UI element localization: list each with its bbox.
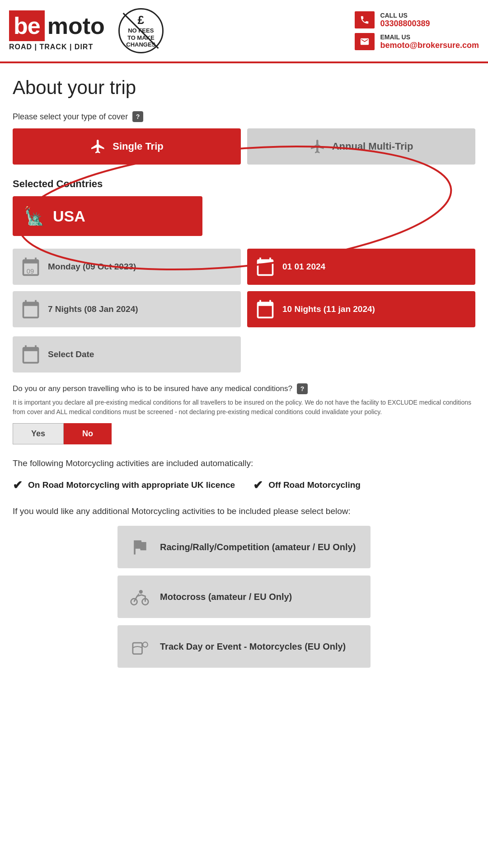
calendar-icon-nights1	[21, 299, 41, 319]
country-name: USA	[53, 208, 85, 225]
email-icon	[360, 37, 370, 47]
nights1-text: 7 Nights (08 Jan 2024)	[48, 304, 138, 314]
cover-type-label: Please select your type of cover ?	[13, 111, 475, 122]
yes-no-group: Yes No	[13, 423, 112, 444]
phone-icon-wrap	[355, 11, 375, 28]
included-activity-1-label: On Road Motorcycling with appropriate UK…	[28, 480, 235, 490]
no-fees-badge: £ NO FEES TO MAKE CHANGES	[118, 8, 164, 53]
logo-be: be	[9, 10, 45, 41]
cover-help-icon: ?	[132, 111, 143, 122]
medical-disclaimer: It is important you declare all pre-exis…	[13, 398, 475, 417]
no-button[interactable]: No	[64, 423, 112, 444]
calendar-icon-start: 09	[21, 257, 41, 277]
motocross-icon-wrap	[128, 585, 151, 608]
additional-intro: If you would like any additional Motorcy…	[13, 505, 475, 518]
country-button[interactable]: 🗽 USA	[13, 196, 202, 236]
yes-button[interactable]: Yes	[13, 423, 64, 444]
racing-button[interactable]: Racing/Rally/Competition (amateur / EU O…	[117, 526, 371, 568]
calendar-icon-nights2	[255, 299, 275, 319]
medical-help-icon: ?	[297, 383, 308, 394]
cover-buttons: Single Trip Annual Multi-Trip	[13, 128, 475, 165]
medical-question-label: Do you or any person travelling who is t…	[13, 383, 475, 394]
annual-trip-label: Annual Multi-Trip	[332, 141, 413, 152]
single-trip-button[interactable]: Single Trip	[13, 128, 241, 165]
nights2-button[interactable]: 10 Nights (11 jan 2024)	[247, 291, 475, 327]
plane-icon-single	[90, 138, 106, 155]
check-icon-1: ✔	[13, 478, 23, 492]
select-date-button[interactable]: Select Date	[13, 336, 241, 373]
track-icon	[130, 637, 150, 656]
logo-sub: ROAD | TRACK | DIRT	[9, 43, 108, 51]
nights2-text: 10 Nights (11 jan 2024)	[282, 304, 375, 314]
country-icon: 🗽	[23, 206, 45, 226]
header: be moto ROAD | TRACK | DIRT £ NO FEES TO…	[0, 0, 488, 63]
calendar-icon-end	[255, 257, 275, 277]
date-grid: 09 Monday (09 Oct 2023) 01 01 2024 7 Nig…	[13, 249, 475, 327]
racing-label: Racing/Rally/Competition (amateur / EU O…	[160, 542, 356, 552]
included-activity-1: ✔ On Road Motorcycling with appropriate …	[13, 478, 235, 492]
contact-box: CALL US 03308800389 EMAIL US bemoto@brok…	[355, 11, 479, 50]
motocross-label: Motocross (amateur / EU Only)	[160, 592, 292, 602]
plane-icon-annual	[310, 138, 326, 155]
racing-icon	[130, 537, 150, 557]
included-activity-2: ✔ Off Road Motorcycling	[253, 478, 361, 492]
page-title: About your trip	[13, 77, 475, 99]
call-label: CALL US	[380, 12, 430, 19]
svg-rect-4	[133, 643, 142, 654]
calendar-icon-select	[21, 344, 41, 364]
included-activities: ✔ On Road Motorcycling with appropriate …	[13, 478, 475, 492]
email-label: EMAIL US	[380, 33, 479, 41]
email-address: bemoto@brokersure.com	[380, 41, 479, 50]
motocross-icon	[130, 587, 150, 607]
logo-wrap: be moto ROAD | TRACK | DIRT	[9, 10, 108, 51]
start-date-text: Monday (09 Oct 2023)	[48, 262, 136, 272]
logo-moto: moto	[45, 10, 108, 41]
track-label: Track Day or Event - Motorcycles (EU Onl…	[160, 642, 346, 652]
end-date-button[interactable]: 01 01 2024	[247, 249, 475, 285]
countries-label: Selected Countries	[13, 178, 475, 190]
phone-icon	[360, 15, 370, 25]
track-button[interactable]: Track Day or Event - Motorcycles (EU Onl…	[117, 625, 371, 668]
svg-point-3	[139, 590, 143, 594]
motocross-button[interactable]: Motocross (amateur / EU Only)	[117, 576, 371, 618]
email-icon-wrap	[355, 33, 375, 50]
start-date-button[interactable]: 09 Monday (09 Oct 2023)	[13, 249, 241, 285]
single-trip-label: Single Trip	[113, 141, 163, 152]
track-icon-wrap	[128, 635, 151, 658]
annual-trip-button[interactable]: Annual Multi-Trip	[247, 128, 475, 165]
racing-icon-wrap	[128, 536, 151, 558]
select-date-text: Select Date	[48, 349, 94, 359]
nights1-button[interactable]: 7 Nights (08 Jan 2024)	[13, 291, 241, 327]
check-icon-2: ✔	[253, 478, 263, 492]
end-date-text: 01 01 2024	[282, 262, 325, 272]
svg-point-5	[143, 642, 148, 647]
call-number: 03308800389	[380, 19, 430, 28]
included-activity-2-label: Off Road Motorcycling	[268, 480, 361, 490]
activities-intro: The following Motorcycling activities ar…	[13, 457, 475, 470]
svg-text:09: 09	[27, 268, 34, 275]
